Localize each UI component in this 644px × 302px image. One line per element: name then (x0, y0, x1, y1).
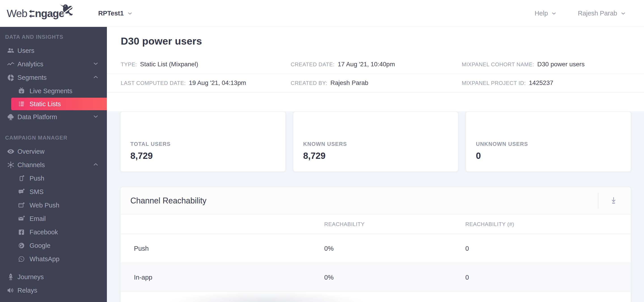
web-push-icon (18, 202, 25, 209)
chevron-down-icon (620, 11, 626, 16)
workspace-name: RPTest1 (98, 10, 124, 17)
logo-bird-icon (60, 4, 75, 18)
logo-text-web: Web (7, 7, 27, 20)
sidebar-item-google[interactable]: Google (0, 239, 107, 252)
meta-mixpanel-project-id: MIXPANEL PROJECT ID: 1425237 (462, 79, 644, 86)
main-content: D30 power users TYPE: Static List (Mixpa… (107, 27, 644, 302)
sidebar-item-facebook[interactable]: Facebook (0, 225, 107, 239)
sidebar-item-analytics[interactable]: Analytics (0, 57, 107, 71)
sidebar-item-relays[interactable]: Relays (0, 284, 107, 297)
sidebar-item-live-segments[interactable]: Live Segments (0, 84, 107, 98)
mobile-push-icon (18, 175, 25, 182)
channel-reachability-header: Channel Reachability (120, 187, 631, 214)
channel-reachability-panel: Channel Reachability REACHABILITY REACHA… (120, 187, 631, 302)
chevron-down-icon (92, 113, 99, 121)
known-users-card: KNOWN USERS 8,729 (293, 112, 458, 172)
sidebar-item-users[interactable]: Users (0, 44, 107, 57)
segments-icon (6, 73, 15, 82)
chevron-up-icon (92, 161, 99, 169)
rocket-icon (6, 273, 15, 281)
help-label: Help (535, 10, 548, 17)
metadata-row: LAST COMPUTED DATE: 19 Aug '21, 04:13pm … (107, 74, 644, 92)
logo-arrow-e-icon (28, 10, 35, 18)
eye-icon (6, 147, 15, 156)
workspace-selector[interactable]: RPTest1 (98, 10, 133, 17)
sidebar-section-campaign-manager: CAMPAIGN MANAGER (5, 134, 107, 141)
webengage-static-list-page: { "colors": { "accent_gradient_from": "#… (0, 0, 644, 302)
sidebar-item-journeys[interactable]: Journeys (0, 270, 107, 284)
top-bar-right: Help Rajesh Parab (535, 10, 626, 17)
reachability-table-header: REACHABILITY REACHABILITY (#) (120, 214, 631, 234)
channels-hub-icon (6, 161, 15, 169)
download-icon (609, 196, 618, 205)
meta-mixpanel-cohort-name: MIXPANEL COHORT NAME: D30 power users (462, 61, 644, 68)
analytics-icon (6, 60, 15, 68)
meta-last-computed-date: LAST COMPUTED DATE: 19 Aug '21, 04:13pm (121, 79, 291, 86)
user-name: Rajesh Parab (578, 10, 617, 17)
sidebar-section-data-and-insights: DATA AND INSIGHTS (5, 33, 107, 41)
webengage-logo[interactable]: Web ngage (7, 7, 64, 20)
header-divider (598, 193, 598, 209)
users-icon (6, 47, 15, 55)
sidebar-item-overview[interactable]: Overview (0, 145, 107, 158)
list-metadata: TYPE: Static List (Mixpanel) CREATED DAT… (107, 55, 644, 92)
panel-title: Channel Reachability (130, 196, 598, 205)
chevron-down-icon (92, 60, 99, 68)
email-envelope-icon (18, 215, 25, 222)
sidebar-item-sms[interactable]: SMS (0, 185, 107, 199)
meta-created-by: CREATED BY: Rajesh Parab (291, 79, 462, 86)
chevron-down-icon (127, 11, 133, 16)
download-button[interactable] (608, 195, 619, 206)
chevron-down-icon (551, 11, 557, 16)
reachability-count-column-header: REACHABILITY (#) (465, 221, 631, 227)
sidebar-item-email[interactable]: Email (0, 212, 107, 225)
list-header: D30 power users TYPE: Static List (Mixpa… (107, 27, 644, 111)
facebook-icon (18, 229, 25, 236)
table-row-in-app: In-app 0% 0 (120, 263, 631, 292)
sms-bubble-icon (18, 188, 25, 195)
static-lists-icon (18, 100, 25, 107)
sidebar-nav: DATA AND INSIGHTS Users Analytics Segmen… (0, 27, 107, 302)
top-bar: Web ngage RPTest1 (0, 0, 644, 27)
reachability-column-header: REACHABILITY (324, 221, 465, 227)
live-segments-icon (18, 87, 25, 95)
sidebar-item-segments[interactable]: Segments (0, 71, 107, 84)
meta-created-date: CREATED DATE: 17 Aug '21, 10:40pm (291, 61, 462, 68)
unknown-users-card: UNKNOWN USERS 0 (466, 112, 631, 172)
user-stat-cards: TOTAL USERS 8,729 KNOWN USERS 8,729 UNKN… (107, 111, 644, 172)
user-menu[interactable]: Rajesh Parab (578, 10, 626, 17)
sidebar-item-data-platform[interactable]: Data Platform (0, 110, 107, 124)
whatsapp-icon (18, 255, 25, 263)
page-title: D30 power users (121, 36, 644, 47)
meta-type: TYPE: Static List (Mixpanel) (121, 61, 291, 68)
data-platform-icon (6, 113, 15, 121)
metadata-row: TYPE: Static List (Mixpanel) CREATED DAT… (107, 55, 644, 74)
sidebar-item-web-push[interactable]: Web Push (0, 199, 107, 212)
sidebar-item-channels[interactable]: Channels (0, 158, 107, 172)
table-row-push: Push 0% 0 (120, 234, 631, 263)
total-users-card: TOTAL USERS 8,729 (120, 112, 286, 172)
megaphone-icon (6, 286, 15, 294)
sidebar-item-push[interactable]: Push (0, 172, 107, 185)
sidebar-item-static-lists[interactable]: Static Lists (11, 98, 107, 110)
sidebar-item-whatsapp[interactable]: WhatsApp (0, 252, 107, 266)
chevron-up-icon (92, 74, 99, 81)
help-menu[interactable]: Help (535, 10, 557, 17)
google-icon (18, 242, 25, 249)
